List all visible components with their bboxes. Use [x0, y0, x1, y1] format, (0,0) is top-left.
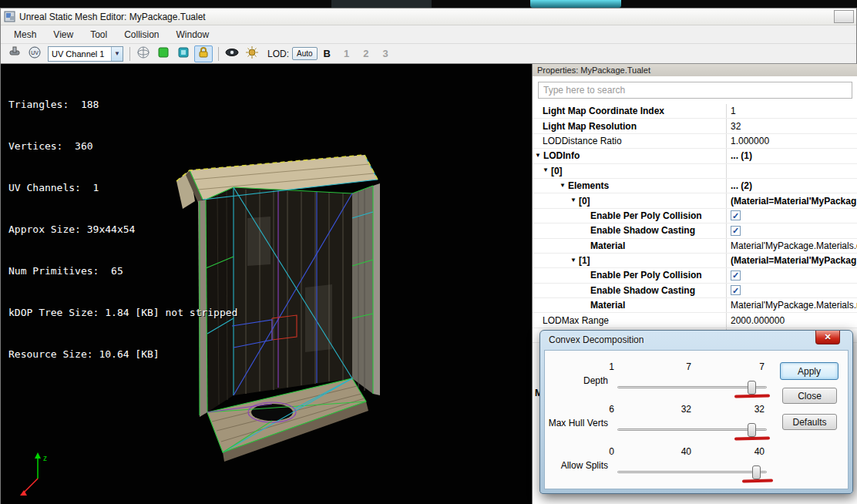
- slider-min-label: 1: [591, 361, 614, 372]
- stat-line: Vertices: 360: [8, 139, 237, 153]
- slider-thumb[interactable]: [748, 423, 756, 437]
- allow-splits-slider[interactable]: [617, 471, 767, 473]
- wireframe-sphere-button[interactable]: [134, 45, 153, 62]
- red-annotation-mark: [734, 394, 770, 398]
- close-button[interactable]: ✕: [815, 331, 840, 344]
- menu-view[interactable]: View: [45, 27, 82, 42]
- slider-min-label: 6: [591, 404, 614, 415]
- show-collision-button[interactable]: [174, 45, 193, 62]
- checkbox[interactable]: ✓: [731, 210, 741, 220]
- wireframe-sphere-icon: [136, 45, 150, 62]
- dialog-body: 1 7 7 Depth 6 32 32 Max Hull Verts 0 40 …: [544, 350, 849, 489]
- slider-value-label: 7: [741, 361, 765, 372]
- toolbar: UV UV Channel 1 ▼: [1, 44, 856, 64]
- mesh-stats: Triangles: 188 Vertices: 360 UV Channels…: [8, 70, 237, 389]
- realtime-sun-icon: [245, 45, 259, 62]
- defaults-button[interactable]: Defaults: [782, 414, 837, 430]
- property-row[interactable]: ▼[1] (Material=Material'MyPackag: [533, 254, 857, 268]
- property-row[interactable]: Enable Per Poly Collision ✓: [533, 209, 857, 223]
- slider-value-label: 32: [741, 404, 765, 415]
- property-grid: Light Map Coordinate Index 1 Light Map R…: [533, 104, 857, 343]
- minimize-button[interactable]: [834, 10, 854, 23]
- property-row[interactable]: Enable Shadow Casting ✓: [533, 284, 857, 298]
- camera-view-button[interactable]: [223, 45, 241, 62]
- screen: Unreal Static Mesh Editor: MyPackage.Tua…: [0, 0, 857, 504]
- uv-channel-dropdown[interactable]: UV Channel 1 ▼: [48, 46, 123, 62]
- property-row[interactable]: ▼[0]: [533, 164, 857, 179]
- property-row[interactable]: LODDistance Ratio 1.000000: [533, 134, 857, 149]
- slider-min-label: 0: [591, 446, 614, 457]
- lod-2-button[interactable]: 2: [363, 48, 368, 59]
- stat-line: Triangles: 188: [8, 98, 237, 112]
- collapse-arrow-icon[interactable]: ▼: [570, 197, 576, 203]
- stat-line: UV Channels: 1: [8, 181, 237, 195]
- collapse-arrow-icon[interactable]: ▼: [560, 182, 566, 189]
- lod-auto-button[interactable]: Auto: [292, 47, 318, 60]
- checkbox[interactable]: ✓: [731, 226, 741, 236]
- socket-tool-icon: [8, 45, 22, 62]
- property-row[interactable]: LODMax Range 2000.000000: [533, 313, 857, 328]
- checkbox[interactable]: ✓: [731, 270, 741, 281]
- menu-collision[interactable]: Collision: [116, 27, 167, 42]
- property-row[interactable]: ▼[0] (Material=Material'MyPackag: [533, 193, 857, 208]
- svg-text:UV: UV: [31, 50, 39, 55]
- viewport-3d[interactable]: z Triangles: 188 Vertices: 360 UV Channe…: [1, 64, 532, 504]
- green-square-icon: [156, 45, 170, 62]
- menubar: Mesh View Tool Collision Window: [1, 25, 856, 44]
- properties-header: Properties: MyPackage.Tualet: [533, 64, 857, 76]
- property-row[interactable]: Light Map Coordinate Index 1: [533, 104, 857, 119]
- background-strip: [0, 0, 857, 8]
- stat-line: Num Primitives: 65: [8, 264, 237, 278]
- window-title: Unreal Static Mesh Editor: MyPackage.Tua…: [19, 12, 206, 22]
- chevron-down-icon: ▼: [111, 47, 123, 61]
- slider-label: Max Hull Verts: [545, 418, 608, 428]
- property-row[interactable]: ▼Elements ... (2): [533, 179, 857, 193]
- slider-label: Depth: [545, 375, 608, 386]
- convex-decomposition-dialog: Convex Decomposition ✕ 1 7 7 Depth 6 32 …: [539, 330, 853, 494]
- slider-value-label: 40: [741, 446, 765, 457]
- depth-slider[interactable]: [617, 386, 767, 388]
- axis-z-label: z: [43, 454, 47, 462]
- socket-tool-button[interactable]: [5, 45, 24, 62]
- checkbox[interactable]: ✓: [731, 285, 741, 295]
- realtime-preview-button[interactable]: [243, 45, 261, 62]
- app-icon: [4, 11, 15, 22]
- property-row[interactable]: Enable Shadow Casting ✓: [533, 223, 857, 238]
- slider-thumb[interactable]: [752, 465, 761, 479]
- property-row[interactable]: Enable Per Poly Collision ✓: [533, 268, 857, 283]
- uv-view-button[interactable]: UV: [25, 45, 44, 62]
- menu-tool[interactable]: Tool: [82, 27, 116, 42]
- menu-mesh[interactable]: Mesh: [5, 27, 45, 42]
- collapse-arrow-icon[interactable]: ▼: [570, 257, 576, 264]
- max-hull-verts-slider[interactable]: [617, 428, 767, 431]
- titlebar[interactable]: Unreal Static Mesh Editor: MyPackage.Tua…: [1, 8, 856, 25]
- collapse-arrow-icon[interactable]: ▼: [535, 152, 541, 159]
- allow-splits-slider-row: 0 40 40 Allow Splits: [545, 446, 848, 488]
- dialog-title: Convex Decomposition: [549, 334, 644, 345]
- property-row[interactable]: Material Material'MyPackage.Materials.ru…: [533, 298, 857, 313]
- stat-line: Approx Size: 39x44x54: [8, 223, 237, 237]
- lod-3-button[interactable]: 3: [382, 48, 388, 59]
- close-dialog-button[interactable]: Close: [782, 388, 837, 404]
- lod-base-button[interactable]: B: [324, 48, 331, 59]
- lod-1-button[interactable]: 1: [344, 48, 349, 59]
- show-bounds-button[interactable]: [154, 45, 173, 62]
- uv-sphere-icon: UV: [28, 45, 42, 62]
- lock-camera-button[interactable]: [194, 45, 213, 62]
- slider-mid-label: 7: [668, 361, 691, 372]
- background-aero-glass: [530, 0, 621, 8]
- apply-button[interactable]: Apply: [780, 362, 839, 380]
- eye-icon: [225, 45, 239, 62]
- slider-thumb[interactable]: [748, 381, 756, 395]
- search-input[interactable]: [538, 82, 852, 99]
- lod-label: LOD:: [267, 49, 289, 59]
- menu-window[interactable]: Window: [168, 27, 218, 42]
- toolbar-separator: [129, 47, 130, 61]
- property-row[interactable]: Light Map Resolution 32: [533, 119, 857, 133]
- toolbar-separator: [218, 47, 219, 61]
- property-row[interactable]: ▼LODInfo ... (1): [533, 149, 857, 163]
- slider-mid-label: 40: [668, 446, 691, 457]
- background-window-fragment: [331, 0, 432, 8]
- property-row[interactable]: Material Material'MyPackage.Materials.do…: [533, 239, 857, 254]
- collapse-arrow-icon[interactable]: ▼: [543, 166, 549, 173]
